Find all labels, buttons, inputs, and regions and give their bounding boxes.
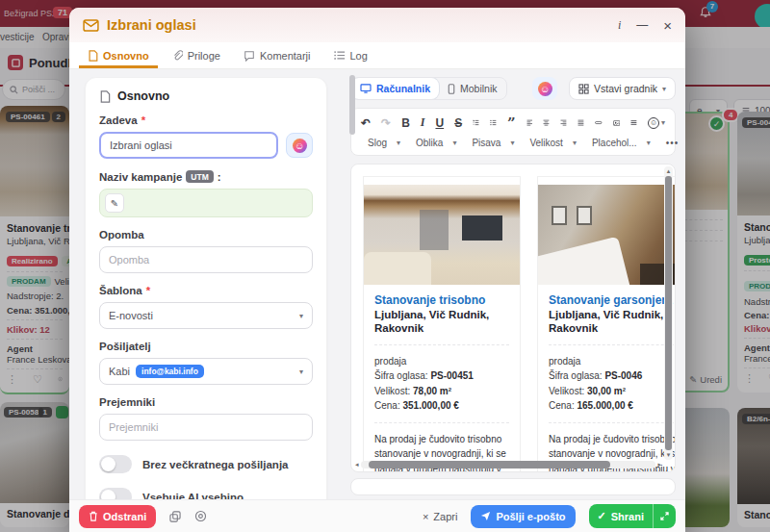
close-x-icon: ×: [423, 511, 428, 522]
hr-button[interactable]: [630, 118, 637, 127]
sofa-shape: [364, 252, 431, 285]
editor-panel: Računalnik Mobilnik ☺ Vstavi gradnik▾: [341, 69, 685, 499]
preview-listing-card: Stanovanje trisobno Ljubljana, Vič Rudni…: [363, 176, 521, 472]
italic-button[interactable]: I: [421, 115, 425, 130]
size-select[interactable]: Velikost▾: [523, 136, 582, 150]
posiljatelj-select[interactable]: Kabiinfo@kabi.info ▾: [99, 358, 313, 385]
save-button[interactable]: ✓ Shrani: [589, 504, 653, 528]
paper-plane-icon: [480, 511, 491, 521]
align-left-button[interactable]: [526, 117, 533, 128]
font-select[interactable]: Pisava▾: [465, 136, 521, 150]
preview-photo: [364, 185, 520, 285]
ai-assist-button[interactable]: ☺: [532, 77, 557, 100]
ordered-list-button[interactable]: [473, 117, 479, 128]
align-right-button[interactable]: [560, 117, 567, 128]
monitor-icon: [360, 84, 372, 93]
prejemniki-label: Prejemniki: [99, 396, 155, 408]
tab-log[interactable]: Log: [325, 42, 376, 68]
trash-icon: [89, 511, 98, 521]
preview-title-link[interactable]: Stanovanje trisobno: [374, 293, 509, 308]
sablona-select[interactable]: E-novosti▾: [99, 302, 313, 329]
preview-vertical-scrollbar[interactable]: ▴ ▾: [664, 166, 673, 460]
more-button[interactable]: •••: [659, 136, 685, 150]
info-icon[interactable]: i: [618, 18, 621, 33]
tab-komentarji[interactable]: Komentarji: [235, 42, 320, 68]
modal-body: Osnovno Zadeva* ☺ Naziv kampanje UTM : ✎: [69, 69, 685, 499]
placeholder-select[interactable]: Placehol...▾: [585, 136, 657, 150]
minimize-icon[interactable]: —: [636, 18, 648, 32]
generate-icon[interactable]: ✎: [105, 193, 124, 213]
frame-shape: [577, 206, 592, 225]
tv-shape: [462, 215, 502, 241]
strikethrough-button[interactable]: S: [454, 116, 462, 130]
bold-button[interactable]: B: [401, 116, 410, 130]
tab-racunalnik[interactable]: Računalnik: [351, 78, 439, 99]
device-tabs: Računalnik Mobilnik: [350, 77, 507, 100]
save-options-button[interactable]: [653, 504, 676, 528]
zadeva-label: Zadeva: [99, 114, 138, 126]
sender-email-badge: info@kabi.info: [136, 365, 204, 378]
toggle1-label: Brez večkratnega pošiljanja: [142, 459, 288, 470]
preview-photo: [538, 185, 676, 285]
section-title: Osnovno: [117, 89, 169, 103]
send-email-button[interactable]: Pošlji e-pošto: [471, 505, 575, 528]
tab-mobilnik[interactable]: Mobilnik: [439, 78, 506, 99]
toggle-ai-vsebina[interactable]: [99, 488, 132, 499]
toggle2-label: Vsebuje AI vsebino: [142, 492, 244, 500]
comment-icon: [244, 50, 255, 62]
preview-location: Ljubljana, Vič Rudnik, Rakovnik: [549, 308, 676, 336]
preview-title-link[interactable]: Stanovanje garsonjera: [549, 293, 676, 308]
sablona-label: Šablona: [99, 285, 142, 296]
target-icon: [194, 510, 207, 522]
prejemniki-input[interactable]: [99, 414, 313, 441]
kampanja-input[interactable]: ✎: [99, 189, 313, 217]
format-select[interactable]: Oblika▾: [409, 136, 463, 150]
undo-button[interactable]: ↶: [361, 116, 371, 130]
remove-button[interactable]: Odstrani: [79, 505, 156, 528]
opomba-label: Opomba: [99, 229, 144, 241]
emoji-icon: ☺: [648, 117, 659, 129]
section-osnovno: Osnovno Zadeva* ☺ Naziv kampanje UTM : ✎: [85, 77, 327, 499]
align-center-button[interactable]: [543, 117, 550, 128]
preview-button[interactable]: [194, 510, 207, 522]
preview-code: PS-0046: [604, 370, 642, 381]
preview-horizontal-scrollbar[interactable]: ◂ ▸: [355, 460, 661, 469]
opomba-input[interactable]: [99, 246, 313, 273]
media-button[interactable]: [613, 118, 620, 128]
tab-osnovno[interactable]: Osnovno: [79, 42, 158, 68]
zadeva-input[interactable]: [99, 132, 278, 159]
email-campaign-modal: Izbrani oglasi i — × Osnovno Priloge Kom…: [69, 8, 685, 532]
close-icon[interactable]: ×: [663, 17, 672, 34]
expand-icon: [660, 512, 669, 520]
link-button[interactable]: [595, 118, 602, 127]
editor-toolbar: ↶ ↷ B I U S ”: [350, 108, 676, 156]
bullet-list-button[interactable]: [490, 117, 497, 128]
insert-widget-button[interactable]: Vstavi gradnik▾: [569, 77, 676, 100]
chevron-down-icon: ▾: [662, 85, 666, 93]
emoji-picker-button[interactable]: ☺ ▾: [648, 117, 665, 129]
justify-button[interactable]: [578, 117, 584, 128]
email-preview: Stanovanje trisobno Ljubljana, Vič Rudni…: [350, 164, 676, 472]
preview-size: 78,00 m²: [413, 386, 451, 396]
redo-button[interactable]: ↷: [381, 116, 391, 130]
preview-listing-card: Stanovanje garsonjera Ljubljana, Vič Rud…: [537, 176, 676, 472]
log-list-icon: [334, 50, 346, 61]
underline-button[interactable]: U: [435, 116, 444, 130]
close-button[interactable]: × Zapri: [423, 511, 458, 522]
duplicate-button[interactable]: [169, 511, 181, 522]
toggle-brez-veckratnega[interactable]: [99, 455, 132, 473]
preview-location: Ljubljana, Vič Rudnik, Rakovnik: [374, 308, 509, 336]
form-panel: Osnovno Zadeva* ☺ Naziv kampanje UTM : ✎: [69, 69, 341, 499]
chevron-down-icon: ▾: [661, 118, 665, 127]
preview-size: 30,00 m²: [587, 386, 626, 396]
preview-footer-bar: [350, 478, 676, 495]
save-button-group: ✓ Shrani: [589, 504, 676, 528]
style-select[interactable]: Slog▾: [361, 136, 407, 150]
ai-icon: ☺: [538, 82, 552, 96]
phone-icon: [448, 84, 455, 94]
tab-priloge[interactable]: Priloge: [164, 42, 229, 68]
paperclip-icon: [172, 50, 183, 62]
blockquote-button[interactable]: ”: [507, 118, 516, 128]
modal-title: Izbrani oglasi: [107, 17, 196, 33]
ai-assist-button[interactable]: ☺: [286, 133, 313, 158]
